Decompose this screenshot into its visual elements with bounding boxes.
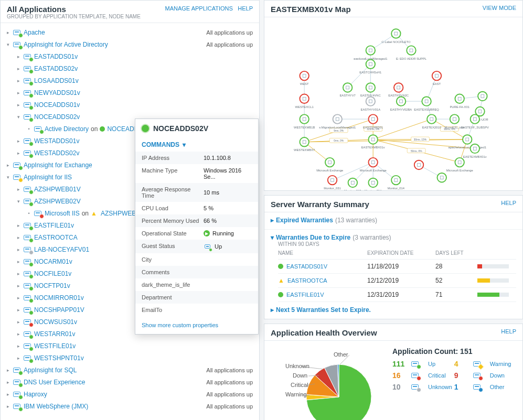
chevron-right-icon[interactable]: ▸ [15, 355, 22, 361]
tree-group[interactable]: ▸ DNS User Experience All applications u… [1, 376, 259, 388]
chevron-right-icon[interactable]: ▸ [15, 102, 22, 108]
chevron-right-icon[interactable]: ▸ [15, 53, 22, 60]
node-label[interactable]: WESTADDS02v [34, 149, 79, 157]
node-label[interactable]: AZSHPWEB02V [34, 198, 81, 205]
chevron-down-icon[interactable]: ▾ [5, 41, 11, 48]
group-label[interactable]: AppInsight for SQL [24, 367, 77, 374]
dependency-map[interactable]: 0ms, 0%30ms, 15%125ms, 0%9ms, 0%30ms, 0%… [264, 17, 522, 190]
chevron-right-icon[interactable]: ▸ [15, 90, 22, 96]
group-label[interactable]: Apache [24, 29, 45, 36]
tree-node[interactable]: ▸ NEWYADDS01v [1, 87, 259, 99]
chevron-right-icon[interactable]: ▸ [15, 138, 22, 144]
node-label[interactable]: EASTROOTCA [34, 234, 78, 241]
chevron-right-icon[interactable]: ▸ [15, 331, 22, 337]
chevron-down-icon[interactable]: ▾ [15, 114, 22, 120]
chevron-down-icon[interactable]: ▾ [15, 198, 22, 204]
chevron-right-icon[interactable]: ▸ [15, 186, 22, 192]
tree-group[interactable]: ▸ Haproxy All applications up [1, 388, 259, 400]
tree-node[interactable]: ▸ NOCEADDS01v [1, 99, 259, 111]
chevron-right-icon[interactable]: ▸ [15, 78, 22, 84]
chevron-right-icon[interactable]: ▸ [5, 367, 11, 373]
node-label[interactable]: NOCSHPAPP01V [34, 306, 84, 314]
chevron-right-icon[interactable]: ▸ [15, 222, 22, 229]
chevron-right-icon[interactable]: ▸ [15, 259, 22, 265]
tree-node[interactable]: ▸ WESTSHPNT01v [1, 352, 259, 364]
node-label[interactable]: NEWYADDS01v [34, 89, 80, 96]
node-label[interactable]: WESTADDS01v [34, 137, 79, 145]
node-label[interactable]: NOCWSUS01v [34, 318, 77, 326]
tree-group[interactable]: ▸ IBM WebSphere (JMX) All applications u… [1, 400, 259, 412]
commands-dropdown[interactable]: COMMANDS ▾ [135, 137, 258, 152]
chevron-right-icon[interactable]: ▸ [15, 150, 22, 156]
help-link[interactable]: HELP [501, 200, 516, 206]
expired-warranties-expander[interactable]: ▸ Expired Warranties (13 warranties) [271, 217, 516, 224]
warranty-row[interactable]: EASTFILE01V 12/31/2019 71 [278, 288, 516, 302]
next-warranties-expander[interactable]: ▸ Next 5 Warranties Set to Expire. [271, 306, 516, 314]
manage-applications-link[interactable]: MANAGE APPLICATIONS [165, 5, 233, 12]
node-label[interactable]: NOCARM01v [34, 258, 72, 265]
node-label[interactable]: EASTFILE01v [34, 222, 74, 229]
legend-critical[interactable]: Critical [428, 372, 452, 379]
server-link[interactable]: EASTFILE01V [286, 292, 324, 298]
node-label[interactable]: AZSHPWEB01V [34, 186, 81, 193]
chevron-right-icon[interactable]: ▸ [15, 307, 22, 313]
tree-group[interactable]: ▾ AppInsight for Active Directory All ap… [1, 38, 259, 50]
tree-node[interactable]: ▸ LOSAADDS01v [1, 74, 259, 87]
chevron-down-icon[interactable]: ▾ [5, 174, 11, 180]
group-label[interactable]: IBM WebSphere (JMX) [24, 403, 88, 410]
chevron-right-icon[interactable]: ▸ [15, 66, 22, 72]
tree-node[interactable]: ▸ EASTADDS01v [1, 50, 259, 62]
node-label[interactable]: WESTARR01v [34, 330, 75, 338]
chevron-right-icon[interactable]: ▸ [15, 295, 22, 301]
view-mode-link[interactable]: VIEW MODE [483, 5, 516, 11]
legend-other[interactable]: Other [490, 384, 511, 390]
legend-down[interactable]: Down [490, 372, 511, 379]
tree-node[interactable]: ▸ WESTFILE01v [1, 340, 259, 352]
node-label[interactable]: EASTADDS02v [34, 65, 78, 72]
node-label[interactable]: LAB-NOCEYAFV01 [34, 246, 89, 253]
show-more-properties-link[interactable]: Show more custom properties [142, 322, 218, 328]
help-link[interactable]: HELP [501, 328, 516, 335]
node-label[interactable]: NOCFTP01v [34, 282, 70, 289]
group-label[interactable]: AppInsight for Exchange [24, 161, 92, 169]
chevron-right-icon[interactable]: ▸ [15, 271, 22, 277]
group-label[interactable]: AppInsight for Active Directory [24, 41, 108, 48]
node-label[interactable]: NOCMIRROR01v [34, 294, 84, 301]
node-label[interactable]: NOCFILE01v [34, 270, 71, 277]
chevron-right-icon[interactable]: ▸ [5, 379, 11, 385]
chevron-right-icon[interactable]: ▸ [5, 391, 11, 397]
chevron-right-icon[interactable]: ▸ [5, 162, 11, 168]
warranty-row[interactable]: EASTADDS01V 11/18/2019 28 [278, 260, 516, 274]
due-warranties-expander[interactable]: ▾ Warranties Due to Expire (3 warranties… [271, 234, 516, 241]
node-label[interactable]: LOSAADDS01v [34, 77, 79, 84]
group-label[interactable]: DNS User Experience [24, 379, 85, 386]
health-pie-chart[interactable]: OtherUnknownDownCriticalWarningUp [271, 347, 386, 420]
node-label[interactable]: NOCEADDS01v [34, 101, 80, 109]
legend-unknown[interactable]: Unknown [428, 384, 452, 390]
chevron-right-icon[interactable]: ▸ [15, 343, 22, 349]
server-link[interactable]: EASTADDS01V [286, 263, 327, 270]
warranty-row[interactable]: ▲EASTROOTCA 12/12/2019 52 [278, 274, 516, 288]
chevron-right-icon[interactable]: ▸ [5, 403, 11, 410]
legend-up[interactable]: Up [428, 361, 452, 367]
group-label[interactable]: AppInsight for IIS [24, 174, 72, 181]
chevron-right-icon[interactable]: ▸ [15, 283, 22, 289]
chevron-right-icon[interactable]: ▸ [15, 234, 22, 241]
node-label[interactable]: EASTADDS01v [34, 53, 78, 60]
chevron-right-icon[interactable]: ▸ [5, 29, 11, 36]
tree-group[interactable]: ▸ AppInsight for SQL All applications up [1, 364, 259, 376]
server-link[interactable]: EASTROOTCA [287, 277, 327, 284]
node-label[interactable]: WESTSHPNT01v [34, 354, 84, 362]
help-link[interactable]: HELP [238, 5, 253, 12]
svg-point-66 [366, 83, 375, 92]
tree-group[interactable]: ▸ Apache All applications up [1, 26, 259, 38]
tree-node[interactable]: ▸ EASTADDS02v [1, 62, 259, 74]
group-label[interactable]: Haproxy [24, 391, 47, 398]
app-label[interactable]: Microsoft IIS [45, 210, 80, 217]
chevron-right-icon[interactable]: ▸ [15, 246, 22, 253]
app-label[interactable]: Active Directory [45, 125, 89, 133]
node-label[interactable]: NOCEADDS02v [34, 113, 80, 121]
node-label[interactable]: WESTFILE01v [34, 342, 76, 350]
chevron-right-icon[interactable]: ▸ [15, 319, 22, 325]
legend-warning[interactable]: Warning [490, 361, 511, 367]
